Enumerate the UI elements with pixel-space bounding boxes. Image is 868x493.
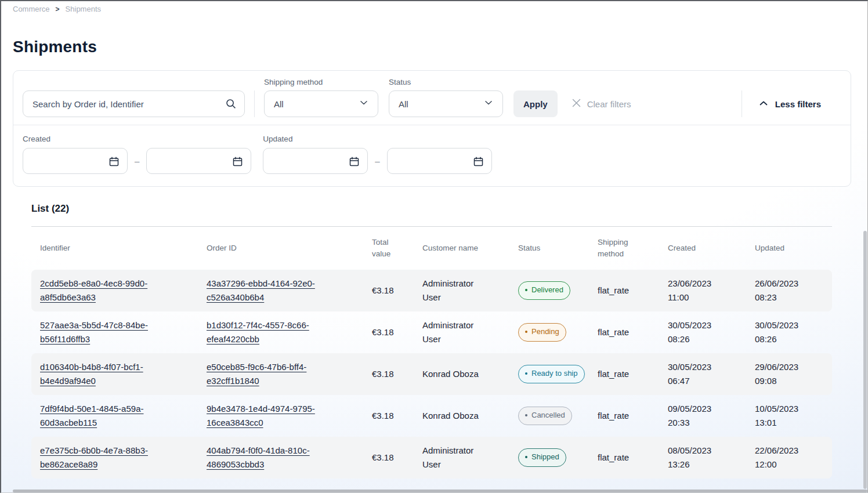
calendar-icon [473,156,484,167]
col-header-customer-name: Customer name [422,242,518,254]
col-header-total-value: Total value [372,237,422,260]
search-field-wrap [23,90,245,117]
filters-panel: Shipping method All Status All [13,70,851,187]
status-badge: Pending [518,323,566,342]
customer-name-cell: Administrator User [422,277,493,304]
table-row: 527aae3a-5b5d-47c8-84be-b56f11d6ffb3 b1d… [31,311,832,353]
date-range-separator: – [375,156,379,166]
status-dot-icon [525,456,527,458]
created-to-input[interactable] [146,148,251,174]
created-date-group: Created – [23,135,251,174]
table-row: 7df9f4bd-50e1-4845-a59a-60d3acbeb115 9b4… [31,395,832,437]
updated-to-input[interactable] [387,148,492,174]
order-id-link[interactable]: e50ceb85-f9c6-47b6-bff4-e32cff1b1840 [207,360,335,388]
table-row: e7e375cb-6b0b-4e7a-88b3-be862ace8a89 404… [31,437,832,478]
shipping-method-cell: flat_rate [598,367,668,381]
total-value-cell: €3.18 [372,367,422,381]
clear-filters-button[interactable]: Clear filters [572,90,631,117]
calendar-icon [108,156,120,167]
created-cell: 30/05/2023 06:47 [668,360,727,388]
status-badge: Ready to ship [518,365,585,383]
page-title: Shipments [13,38,855,56]
list-title: List (22) [31,203,832,215]
identifier-link[interactable]: 2cdd5eb8-e8a0-4ec8-99d0-a8f5db6e3a63 [40,277,169,304]
order-id-link[interactable]: 9b4e3478-1e4d-4974-9795-16cea3843cc0 [207,402,335,430]
status-dot-icon [525,331,527,333]
customer-name-cell: Administrator User [422,444,493,472]
shipping-method-cell: flat_rate [598,409,668,423]
status-label: Cancelled [531,409,565,422]
status-select[interactable]: All [389,90,503,117]
shipping-method-field: Shipping method All [264,78,378,117]
identifier-link[interactable]: 527aae3a-5b5d-47c8-84be-b56f11d6ffb3 [40,318,169,346]
chevron-down-icon [484,98,493,110]
created-label: Created [23,135,251,143]
order-id-link[interactable]: 404ab794-f0f0-41da-810c-4869053cbbd3 [207,444,335,472]
search-input[interactable] [23,90,245,117]
shipments-list-section: List (22) Identifier Order ID Total valu… [31,203,832,478]
table-row: d106340b-b4b8-4f07-bcf1-b4e4d9af94e0 e50… [31,353,832,395]
calendar-icon [349,156,360,167]
table-header-row: Identifier Order ID Total value Customer… [31,227,832,270]
shipping-method-value: All [274,99,284,109]
status-badge: Cancelled [518,407,572,425]
less-filters-toggle[interactable]: Less filters [742,90,841,117]
status-field: Status All [389,78,503,117]
filters-row-main: Shipping method All Status All [13,71,851,125]
vertical-scrollbar[interactable] [863,231,867,489]
breadcrumb: Commerce > Shipments [13,5,855,13]
status-label: Shipped [531,451,559,463]
breadcrumb-item-commerce[interactable]: Commerce [13,5,50,13]
status-label: Status [389,78,503,86]
shipping-method-cell: flat_rate [598,284,668,298]
chevron-up-icon [758,98,769,110]
updated-label: Updated [263,135,491,143]
identifier-link[interactable]: 7df9f4bd-50e1-4845-a59a-60d3acbeb115 [40,402,169,430]
status-dot-icon [525,372,527,375]
status-label: Pending [531,326,559,338]
clear-filters-label: Clear filters [587,99,631,109]
status-dot-icon [525,414,527,416]
identifier-link[interactable]: d106340b-b4b8-4f07-bcf1-b4e4d9af94e0 [40,360,169,388]
total-value-cell: €3.18 [372,451,422,465]
close-icon [572,98,581,110]
shipping-method-cell: flat_rate [598,325,668,339]
breadcrumb-separator: > [56,5,60,13]
customer-name-cell: Konrad Oboza [422,367,493,381]
apply-button[interactable]: Apply [513,90,558,117]
col-header-order-id: Order ID [207,242,372,254]
shipping-method-select[interactable]: All [264,90,378,117]
date-range-separator: – [135,156,139,166]
status-dot-icon [525,289,527,291]
calendar-icon [232,156,243,167]
breadcrumb-item-shipments[interactable]: Shipments [66,5,101,13]
created-cell: 09/05/2023 20:33 [668,402,727,430]
status-label: Delivered [531,284,563,296]
status-badge: Shipped [518,448,566,467]
table-body: 2cdd5eb8-e8a0-4ec8-99d0-a8f5db6e3a63 43a… [31,270,832,478]
filters-row-dates: Created – [13,125,851,186]
filter-divider-vertical [254,90,255,117]
col-header-status: Status [518,242,598,254]
created-cell: 23/06/2023 11:00 [668,277,727,304]
shipping-method-label: Shipping method [264,78,378,86]
identifier-link[interactable]: e7e375cb-6b0b-4e7a-88b3-be862ace8a89 [40,444,169,472]
updated-cell: 30/05/2023 08:26 [755,318,814,346]
created-cell: 08/05/2023 13:26 [668,444,727,472]
shipping-method-cell: flat_rate [598,451,668,465]
customer-name-cell: Administrator User [422,318,493,346]
col-header-updated: Updated [755,242,823,254]
search-icon [225,98,237,112]
order-id-link[interactable]: 43a37296-ebbd-4164-92e0-c526a340b6b4 [207,277,335,304]
updated-cell: 26/06/2023 08:23 [755,277,814,304]
updated-cell: 22/06/2023 12:00 [755,444,814,472]
updated-from-input[interactable] [263,148,368,174]
created-from-input[interactable] [23,148,128,174]
horizontal-scrollbar[interactable] [13,490,867,492]
order-id-link[interactable]: b1d30f12-7f4c-4557-8c66-efeaf4220cbb [207,318,335,346]
status-badge: Delivered [518,281,570,300]
less-filters-label: Less filters [775,99,821,109]
col-header-identifier: Identifier [40,242,207,254]
customer-name-cell: Konrad Oboza [422,409,493,423]
updated-date-group: Updated – [263,135,491,174]
